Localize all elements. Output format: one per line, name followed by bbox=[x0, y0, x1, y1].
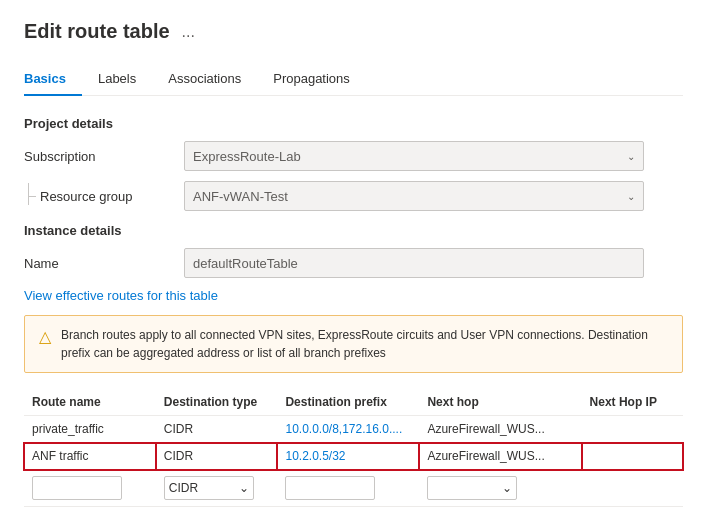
cell-dest-prefix-2[interactable]: 10.2.0.5/32 bbox=[277, 443, 419, 470]
resource-group-label: Resource group bbox=[24, 189, 184, 204]
name-field: defaultRouteTable bbox=[184, 248, 644, 278]
tabs-row: Basics Labels Associations Propagations bbox=[24, 63, 683, 96]
name-label: Name bbox=[24, 256, 184, 271]
subscription-label: Subscription bbox=[24, 149, 184, 164]
page-title: Edit route table bbox=[24, 20, 170, 43]
cell-next-hop-2: AzureFirewall_WUS... bbox=[419, 443, 581, 470]
tab-propagations[interactable]: Propagations bbox=[273, 63, 366, 96]
cell-dest-type-2: CIDR bbox=[156, 443, 278, 470]
subscription-value: ExpressRoute-Lab bbox=[193, 149, 301, 164]
new-dest-prefix-cell bbox=[277, 470, 419, 507]
routes-table: Route name Destination type Destination … bbox=[24, 389, 683, 507]
resource-group-row: Resource group ANF-vWAN-Test ⌄ bbox=[24, 181, 683, 211]
resource-group-dropdown[interactable]: ANF-vWAN-Test ⌄ bbox=[184, 181, 644, 211]
subscription-dropdown-arrow: ⌄ bbox=[627, 151, 635, 162]
tab-associations[interactable]: Associations bbox=[168, 63, 257, 96]
name-row: Name defaultRouteTable bbox=[24, 248, 683, 278]
subscription-row: Subscription ExpressRoute-Lab ⌄ bbox=[24, 141, 683, 171]
instance-details-label: Instance details bbox=[24, 223, 683, 238]
table-row-highlighted: ANF traffic CIDR 10.2.0.5/32 AzureFirewa… bbox=[24, 443, 683, 470]
new-dest-type-cell: CIDR ⌄ bbox=[156, 470, 278, 507]
new-next-hop-arrow: ⌄ bbox=[502, 481, 512, 495]
new-route-name-cell bbox=[24, 470, 156, 507]
warning-text: Branch routes apply to all connected VPN… bbox=[61, 326, 668, 362]
col-header-dest-type: Destination type bbox=[156, 389, 278, 416]
resource-group-value: ANF-vWAN-Test bbox=[193, 189, 288, 204]
table-row: private_traffic CIDR 10.0.0.0/8,172.16.0… bbox=[24, 416, 683, 443]
warning-banner: △ Branch routes apply to all connected V… bbox=[24, 315, 683, 373]
col-header-route-name: Route name bbox=[24, 389, 156, 416]
cell-dest-prefix-1[interactable]: 10.0.0.0/8,172.16.0.... bbox=[277, 416, 419, 443]
ellipsis-menu-button[interactable]: ... bbox=[178, 21, 199, 43]
view-effective-routes-link[interactable]: View effective routes for this table bbox=[24, 288, 218, 303]
new-dest-prefix-input[interactable] bbox=[285, 476, 375, 500]
cell-route-name-1: private_traffic bbox=[24, 416, 156, 443]
table-header-row: Route name Destination type Destination … bbox=[24, 389, 683, 416]
project-details-label: Project details bbox=[24, 116, 683, 131]
col-header-dest-prefix: Destination prefix bbox=[277, 389, 419, 416]
cell-next-hop-ip-1 bbox=[582, 416, 683, 443]
tab-basics[interactable]: Basics bbox=[24, 63, 82, 96]
col-header-next-hop: Next hop bbox=[419, 389, 581, 416]
cell-next-hop-ip-2 bbox=[582, 443, 683, 470]
new-next-hop-cell: ⌄ bbox=[419, 470, 581, 507]
table-new-row: CIDR ⌄ ⌄ bbox=[24, 470, 683, 507]
new-dest-type-arrow: ⌄ bbox=[239, 481, 249, 495]
new-next-hop-dropdown[interactable]: ⌄ bbox=[427, 476, 517, 500]
new-route-name-input[interactable] bbox=[32, 476, 122, 500]
new-next-hop-ip-cell bbox=[582, 470, 683, 507]
new-dest-type-dropdown[interactable]: CIDR ⌄ bbox=[164, 476, 254, 500]
warning-icon: △ bbox=[39, 327, 51, 346]
tab-labels[interactable]: Labels bbox=[98, 63, 152, 96]
cell-dest-type-1: CIDR bbox=[156, 416, 278, 443]
cell-route-name-2: ANF traffic bbox=[24, 443, 156, 470]
subscription-dropdown[interactable]: ExpressRoute-Lab ⌄ bbox=[184, 141, 644, 171]
name-value: defaultRouteTable bbox=[193, 256, 298, 271]
cell-next-hop-1: AzureFirewall_WUS... bbox=[419, 416, 581, 443]
col-header-next-hop-ip: Next Hop IP bbox=[582, 389, 683, 416]
resource-group-dropdown-arrow: ⌄ bbox=[627, 191, 635, 202]
new-dest-type-value: CIDR bbox=[169, 481, 198, 495]
